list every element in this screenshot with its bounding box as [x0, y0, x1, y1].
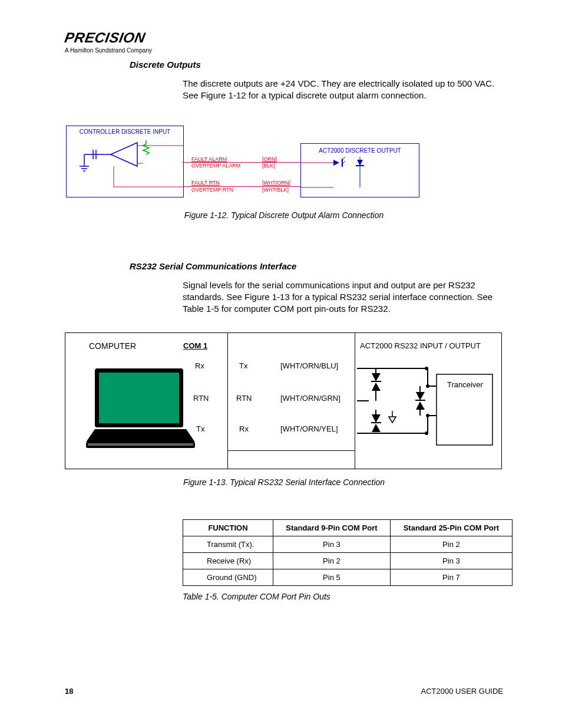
- svg-marker-14: [333, 160, 339, 166]
- label-overtemp-rtn-color: [WHT/BLK]: [262, 187, 289, 193]
- output-box-title: ACT2000 DISCRETE OUTPUT: [301, 147, 419, 154]
- cell-func: Receive (Rx): [183, 553, 273, 569]
- label-fault-rtn-color: [WHT/ORN]: [262, 180, 290, 186]
- label-fault-alarm: FAULT ALARM: [191, 156, 227, 162]
- cell-25pin: Pin 2: [390, 536, 512, 553]
- section-heading-rs232: RS232 Serial Communications Interface: [130, 261, 503, 271]
- svg-marker-34: [372, 383, 381, 391]
- figure-1-13: COMPUTER COM 1 Rx RTN Tx Tx RTN Rx [WHT/…: [65, 332, 502, 469]
- svg-marker-43: [416, 401, 425, 410]
- svg-marker-32: [372, 373, 381, 381]
- label-fault-alarm-color: [ORN]: [262, 156, 277, 162]
- figure-1-13-caption: Figure 1-13. Typical RS232 Serial Interf…: [65, 477, 503, 487]
- table-row: Transmit (Tx). Pin 3 Pin 2: [183, 536, 513, 553]
- document-page: PRECISION A Hamilton Sundstrand Company …: [0, 0, 562, 728]
- controller-discrete-input-box: CONTROLLER DISCRETE INPUT: [66, 126, 184, 197]
- cell-9pin: Pin 5: [273, 569, 390, 586]
- label-tx-mid: Tx: [239, 361, 247, 370]
- controller-box-title: CONTROLLER DISCRETE INPUT: [67, 129, 183, 135]
- logo-subtitle: A Hamilton Sundstrand Company: [65, 47, 503, 54]
- figure-hline: [228, 450, 355, 451]
- label-fault-rtn: FAULT RTN: [191, 180, 220, 186]
- table-row: Ground (GND) Pin 5 Pin 7: [183, 569, 513, 586]
- paragraph-rs232: Signal levels for the serial communicati…: [183, 279, 503, 315]
- svg-marker-0: [111, 143, 137, 166]
- table-row: Receive (Rx) Pin 2 Pin 3: [183, 553, 513, 569]
- footer-guide: ACT2000 USER GUIDE: [421, 687, 503, 696]
- cell-25pin: Pin 3: [390, 553, 512, 569]
- paragraph-discrete-outputs: The discrete outputs are +24 VDC. They a…: [183, 78, 503, 102]
- section-heading-discrete-outputs: Discrete Outputs: [130, 60, 503, 70]
- cell-func: Transmit (Tx).: [183, 536, 273, 553]
- figure-divider-2: [355, 333, 355, 469]
- label-wire1: [WHT/ORN/BLU]: [280, 361, 338, 370]
- cell-9pin: Pin 3: [273, 536, 390, 553]
- output-schematic-icon: [301, 157, 419, 198]
- rs232-schematic-icon: [357, 357, 501, 457]
- logo-name: PRECISION: [64, 29, 147, 46]
- th-25pin: Standard 25-Pin COM Port: [390, 520, 512, 536]
- controller-schematic-icon: [67, 137, 183, 196]
- label-wire2: [WHT/ORN/GRN]: [280, 394, 340, 403]
- svg-rect-23: [99, 373, 179, 423]
- svg-marker-41: [416, 392, 425, 400]
- page-footer: 18 ACT2000 USER GUIDE: [65, 687, 503, 696]
- svg-marker-37: [372, 414, 381, 423]
- label-wire3: [WHT/ORN/YEL]: [280, 424, 338, 433]
- svg-marker-18: [357, 160, 363, 166]
- figure-1-12: CONTROLLER DISCRETE INPUT: [65, 126, 503, 202]
- laptop-icon: [86, 365, 198, 454]
- label-act2000-rs232: ACT2000 RS232 INPUT / OUTPUT: [360, 341, 481, 350]
- table-com-port-pinouts: FUNCTION Standard 9-Pin COM Port Standar…: [183, 519, 513, 586]
- label-overtemp-alarm: OVERTEMP ALARM: [191, 163, 240, 169]
- label-rtn-mid: RTN: [236, 394, 252, 403]
- label-tranceiver: Tranceiver: [447, 380, 483, 389]
- label-overtemp-rtn: OVERTEMP RTN: [191, 187, 233, 193]
- svg-marker-24: [86, 429, 195, 442]
- cell-func: Ground (GND): [183, 569, 273, 586]
- figure-1-12-caption: Figure 1-12. Typical Discrete Output Ala…: [65, 210, 503, 220]
- svg-marker-46: [389, 417, 396, 423]
- act2000-discrete-output-box: ACT2000 DISCRETE OUTPUT: [300, 143, 419, 197]
- label-com1: COM 1: [183, 341, 207, 350]
- label-rx-mid: Rx: [239, 424, 249, 433]
- th-9pin: Standard 9-Pin COM Port: [273, 520, 390, 536]
- table-1-5-caption: Table 1-5. Computer COM Port Pin Outs: [183, 592, 503, 601]
- logo-block: PRECISION A Hamilton Sundstrand Company: [65, 29, 503, 54]
- svg-rect-26: [88, 443, 193, 446]
- svg-marker-39: [372, 424, 381, 432]
- label-computer: COMPUTER: [89, 341, 136, 351]
- th-function: FUNCTION: [183, 520, 273, 536]
- cell-25pin: Pin 7: [390, 569, 512, 586]
- label-overtemp-alarm-color: [BLK]: [262, 163, 275, 169]
- table-header-row: FUNCTION Standard 9-Pin COM Port Standar…: [183, 520, 513, 536]
- figure-divider-1: [227, 333, 228, 469]
- page-number: 18: [65, 687, 73, 696]
- cell-9pin: Pin 2: [273, 553, 390, 569]
